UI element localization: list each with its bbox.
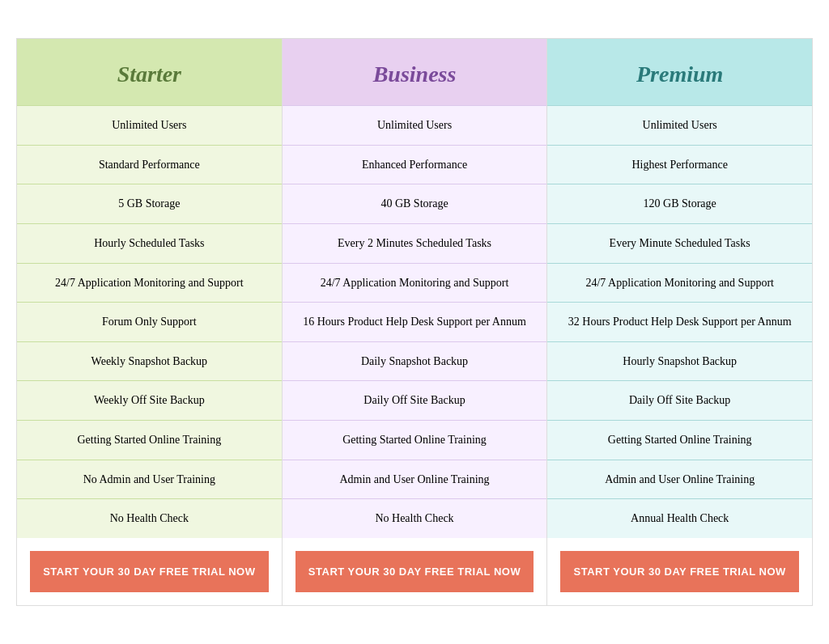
plan-feature-starter-1: Standard Performance xyxy=(17,145,282,184)
plan-feature-starter-9: No Admin and User Training xyxy=(17,460,282,499)
plan-feature-premium-7: Daily Off Site Backup xyxy=(547,380,812,420)
plan-feature-business-4: 24/7 Application Monitoring and Support xyxy=(283,263,547,303)
plan-feature-starter-6: Weekly Snapshot Backup xyxy=(17,341,282,381)
plan-feature-premium-8: Getting Started Online Training xyxy=(547,420,812,460)
plan-feature-business-1: Enhanced Performance xyxy=(283,145,547,184)
plan-feature-premium-6: Hourly Snapshot Backup xyxy=(547,341,812,381)
plan-feature-premium-5: 32 Hours Product Help Desk Support per A… xyxy=(547,302,812,341)
plan-feature-business-9: Admin and User Online Training xyxy=(283,460,547,499)
plan-title-starter: Starter xyxy=(30,61,269,87)
plan-feature-starter-0: Unlimited Users xyxy=(17,105,282,145)
plan-feature-premium-9: Admin and User Online Training xyxy=(547,460,812,499)
plan-feature-business-2: 40 GB Storage xyxy=(283,184,547,223)
plan-feature-premium-3: Every Minute Scheduled Tasks xyxy=(547,223,812,263)
plan-feature-premium-10: Annual Health Check xyxy=(547,498,812,538)
plan-feature-premium-4: 24/7 Application Monitoring and Support xyxy=(547,263,812,303)
plan-title-premium: Premium xyxy=(560,61,799,87)
pricing-table: StarterUnlimited UsersStandard Performan… xyxy=(16,38,813,606)
plan-title-business: Business xyxy=(295,61,534,87)
plan-feature-starter-5: Forum Only Support xyxy=(17,302,282,341)
plan-feature-premium-2: 120 GB Storage xyxy=(547,184,812,223)
plan-feature-business-6: Daily Snapshot Backup xyxy=(283,341,547,381)
plan-feature-business-8: Getting Started Online Training xyxy=(283,420,547,460)
cta-button-premium[interactable]: START YOUR 30 DAY FREE TRIAL NOW xyxy=(560,551,799,592)
plan-feature-starter-3: Hourly Scheduled Tasks xyxy=(17,223,282,263)
plan-feature-business-5: 16 Hours Product Help Desk Support per A… xyxy=(283,302,547,341)
plan-feature-starter-10: No Health Check xyxy=(17,498,282,538)
cta-button-business[interactable]: START YOUR 30 DAY FREE TRIAL NOW xyxy=(295,551,534,592)
plan-feature-business-7: Daily Off Site Backup xyxy=(283,380,547,420)
plan-feature-starter-2: 5 GB Storage xyxy=(17,184,282,223)
plan-feature-business-10: No Health Check xyxy=(283,498,547,538)
cta-button-starter[interactable]: START YOUR 30 DAY FREE TRIAL NOW xyxy=(30,551,269,592)
plan-column-starter: StarterUnlimited UsersStandard Performan… xyxy=(17,39,283,605)
plan-feature-starter-8: Getting Started Online Training xyxy=(17,420,282,460)
plan-feature-starter-4: 24/7 Application Monitoring and Support xyxy=(17,263,282,303)
plan-feature-business-3: Every 2 Minutes Scheduled Tasks xyxy=(283,223,547,263)
plan-feature-premium-0: Unlimited Users xyxy=(547,105,812,145)
plan-feature-starter-7: Weekly Off Site Backup xyxy=(17,380,282,420)
plan-header-starter: Starter xyxy=(17,39,282,105)
plan-column-business: BusinessUnlimited UsersEnhanced Performa… xyxy=(283,39,548,605)
plan-column-premium: PremiumUnlimited UsersHighest Performanc… xyxy=(547,39,812,605)
plan-feature-premium-1: Highest Performance xyxy=(547,145,812,184)
plan-header-business: Business xyxy=(283,39,547,105)
plan-feature-business-0: Unlimited Users xyxy=(283,105,547,145)
plan-header-premium: Premium xyxy=(547,39,812,105)
